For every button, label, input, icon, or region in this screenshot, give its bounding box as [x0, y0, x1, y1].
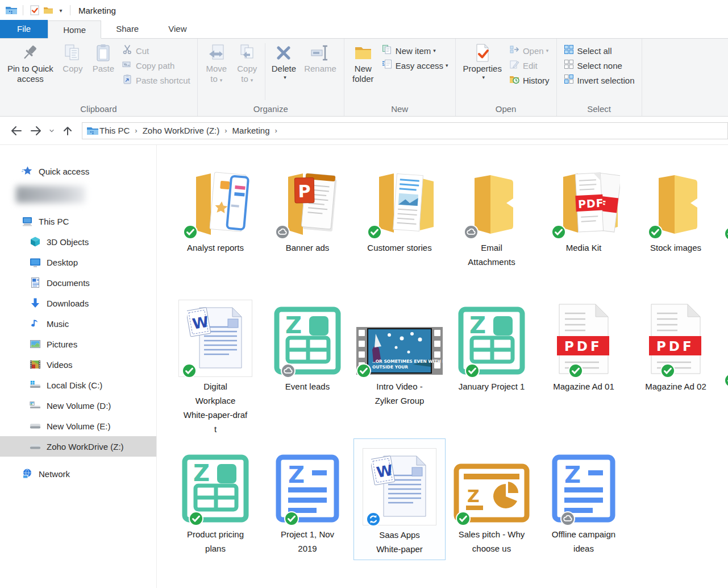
- breadcrumb-chevron[interactable]: ›: [135, 126, 137, 135]
- ribbon-group-label: Select: [560, 103, 638, 116]
- sync-status-check-badge: [189, 511, 203, 526]
- sidebar-item-this-pc[interactable]: This PC: [0, 211, 156, 231]
- file-item-magazine-ad-02[interactable]: PDF Magazine Ad 02: [630, 296, 722, 394]
- sidebar-item-documents[interactable]: Documents: [0, 272, 156, 293]
- sidebar-item-redacted[interactable]: [16, 186, 85, 203]
- cut-button[interactable]: Cut: [119, 43, 194, 58]
- sidebar-item-label: Desktop: [47, 258, 78, 267]
- select-none-button[interactable]: Select none: [560, 58, 638, 73]
- sidebar-item-label: Documents: [47, 278, 90, 288]
- qat-dropdown-caret[interactable]: ▾: [56, 7, 65, 14]
- sidebar-item-desktop[interactable]: Desktop: [0, 252, 156, 272]
- paste-button[interactable]: Paste: [88, 40, 119, 75]
- cut-icon: [122, 44, 132, 57]
- folder-icon[interactable]: [41, 3, 55, 17]
- properties-check-icon[interactable]: [28, 3, 41, 17]
- breadcrumb-item-zoho-workdrive-z-[interactable]: Zoho WorkDrive (Z:): [143, 126, 220, 135]
- copy-to-button[interactable]: Copy to▾: [232, 40, 263, 86]
- delete-dropdown-caret[interactable]: ▾: [284, 74, 286, 80]
- select-all-button[interactable]: Select all: [560, 43, 638, 58]
- file-item-saas-apps[interactable]: WSaas Apps White-paper: [353, 438, 446, 560]
- svg-text:PDF: PDF: [656, 339, 694, 354]
- sidebar-item-quick-access[interactable]: Quick access: [0, 161, 156, 181]
- svg-text:Z: Z: [467, 486, 480, 506]
- file-item-label: January Project 1: [459, 379, 525, 394]
- file-item-event-leads[interactable]: Z Event leads: [261, 296, 353, 394]
- tab-share[interactable]: Share: [101, 20, 153, 38]
- address-box[interactable]: This PC›Zoho WorkDrive (Z:)›Marketing›: [82, 122, 728, 139]
- selall-icon: [564, 44, 574, 57]
- explorer-icon: [5, 3, 18, 17]
- file-thumbnail: Z: [276, 438, 339, 525]
- file-thumbnail: Z: [182, 438, 249, 525]
- recent-locations-caret[interactable]: [45, 122, 58, 139]
- history-button[interactable]: History: [506, 73, 553, 88]
- new-folder-button[interactable]: New folder: [348, 40, 378, 85]
- breadcrumb-chevron[interactable]: ›: [224, 126, 227, 135]
- tab-file[interactable]: File: [0, 20, 48, 38]
- sidebar-item-downloads[interactable]: Downloads: [0, 293, 156, 313]
- file-grid: Analyst reports PBanner ads Customer sto…: [157, 145, 728, 560]
- svg-text:..OR SOMETIMES EVEN WITH PEOPL: ..OR SOMETIMES EVEN WITH PEOPLE: [372, 359, 443, 364]
- file-thumbnail: W: [363, 439, 436, 525]
- file-item-product-pricing[interactable]: Z Product pricing plans: [169, 438, 261, 556]
- file-item-intro-video-[interactable]: ..OR SOMETIMES EVEN WITH PEOPLE OUTSIDE …: [353, 296, 446, 408]
- file-item-banner-ads[interactable]: PBanner ads: [261, 160, 353, 255]
- properties-button[interactable]: Properties▾: [459, 40, 506, 81]
- file-item-stock-images[interactable]: Stock images: [630, 160, 722, 255]
- svg-text:P: P: [298, 181, 311, 201]
- pin-to-quick-access-button[interactable]: Pin to Quick access: [3, 40, 57, 85]
- breadcrumb-chevron[interactable]: ›: [274, 126, 277, 135]
- sidebar-item-new-volume-e-[interactable]: New Volume (E:): [0, 416, 156, 436]
- file-item-analyst-reports[interactable]: Analyst reports: [169, 160, 261, 255]
- paste-shortcut-button[interactable]: Paste shortcut: [119, 73, 194, 88]
- sidebar-item-music[interactable]: Music: [0, 313, 156, 334]
- sidebar-item-new-volume-d-[interactable]: New Volume (D:): [0, 395, 156, 416]
- tab-home[interactable]: Home: [48, 20, 101, 39]
- sidebar-item-videos[interactable]: Videos: [0, 354, 156, 375]
- breadcrumb-item-this-pc[interactable]: This PC: [99, 126, 130, 135]
- easy-access-button[interactable]: Easy access▾: [378, 58, 452, 73]
- edit-label: Edit: [523, 61, 538, 71]
- file-item-sales-pitch-why[interactable]: Z Sales pitch - Why choose us: [446, 438, 538, 556]
- rename-label: Rename: [304, 64, 336, 74]
- up-button[interactable]: [58, 122, 77, 139]
- copy-path-button[interactable]: Copy path: [119, 58, 194, 73]
- open-button[interactable]: Open▾: [506, 43, 553, 58]
- rename-button[interactable]: Rename: [300, 40, 340, 75]
- delete-button[interactable]: Delete▾: [268, 40, 300, 81]
- svg-text:Z: Z: [193, 460, 210, 486]
- pin-to-quick-access-label: Pin to Quick access: [7, 64, 53, 84]
- sidebar-item-pictures[interactable]: Pictures: [0, 334, 156, 354]
- edit-button[interactable]: Edit: [506, 58, 553, 73]
- file-item-offline-campaign[interactable]: Z Offline campaign ideas: [538, 438, 630, 556]
- cutoff-file-item-badge: [724, 373, 728, 388]
- sidebar-item-label: Pictures: [47, 339, 77, 349]
- file-item-media-kit[interactable]: F PDF Media Kit: [538, 160, 630, 255]
- file-item-customer-stories[interactable]: Customer stories: [353, 160, 446, 255]
- back-button[interactable]: [7, 122, 26, 139]
- file-item-magazine-ad-01[interactable]: PDF Magazine Ad 01: [538, 296, 630, 394]
- properties-dropdown-caret[interactable]: ▾: [482, 74, 485, 80]
- invert-selection-button[interactable]: Invert selection: [560, 73, 638, 88]
- tab-view[interactable]: View: [153, 20, 201, 38]
- delete-label: Delete: [272, 64, 296, 74]
- forward-button[interactable]: [26, 122, 45, 139]
- sidebar-item-local-disk-c-[interactable]: Local Disk (C:): [0, 375, 156, 395]
- file-item-january-project-1[interactable]: Z January Project 1: [446, 296, 538, 394]
- pdf-icon: PDF: [556, 303, 611, 377]
- ribbon-group-clipboard: Pin to Quick accessCopyPasteCutCopy path…: [0, 39, 198, 116]
- file-item-project-1-nov[interactable]: Z Project 1, Nov 2019: [261, 438, 353, 556]
- sidebar-item-network[interactable]: Network: [0, 463, 156, 484]
- sidebar-item-label: Music: [47, 319, 69, 329]
- sidebar-item-zoho-workdrive-z-[interactable]: Zoho WorkDrive (Z:): [0, 436, 156, 457]
- copy-button[interactable]: Copy: [57, 40, 88, 75]
- sidebar-item-3d-objects[interactable]: 3D Objects: [0, 231, 156, 252]
- cut-label: Cut: [136, 46, 149, 56]
- move-to-button[interactable]: Move to▾: [201, 40, 232, 86]
- new-item-button[interactable]: New item▾: [378, 43, 452, 58]
- file-item-email[interactable]: Email Attachments: [446, 160, 538, 269]
- breadcrumb: This PC›Zoho WorkDrive (Z:)›Marketing›: [99, 126, 282, 135]
- breadcrumb-item-marketing[interactable]: Marketing: [232, 126, 270, 135]
- file-item-digital[interactable]: WDigital Workplace White-paper-draf t: [169, 296, 261, 436]
